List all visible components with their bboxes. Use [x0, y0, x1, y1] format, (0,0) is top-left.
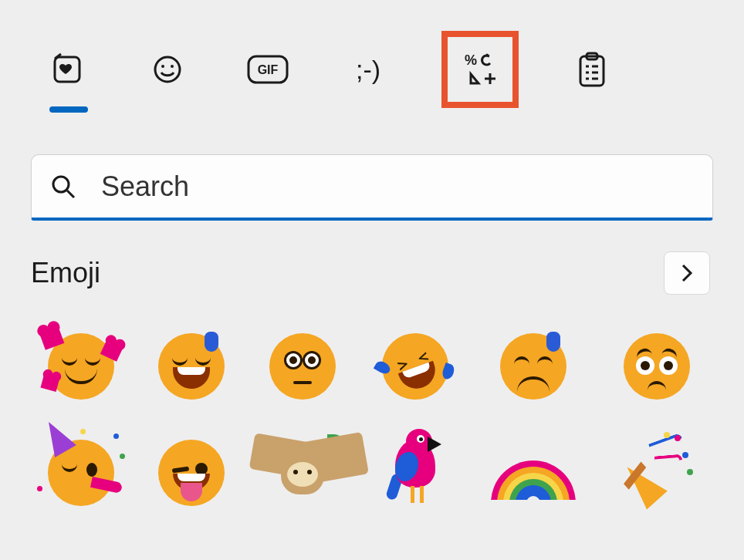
- emoji-parrot[interactable]: [378, 430, 452, 515]
- svg-text:%: %: [465, 52, 477, 68]
- svg-point-1: [155, 57, 180, 82]
- emoji-sloth[interactable]: [265, 430, 340, 515]
- svg-rect-9: [580, 56, 604, 86]
- emoji-downcast-face-with-sweat[interactable]: [491, 333, 576, 400]
- emoji-partying-face[interactable]: [45, 430, 117, 515]
- smiley-icon: [150, 52, 184, 86]
- emoji-flushed-face[interactable]: [265, 333, 340, 400]
- search-icon: [50, 174, 76, 200]
- symbols-icon: %: [462, 51, 499, 88]
- search-field[interactable]: [31, 154, 713, 221]
- emoji-winking-face-with-tongue[interactable]: [155, 430, 227, 515]
- category-tabs: GIF ;-) %: [0, 0, 744, 108]
- svg-text:GIF: GIF: [258, 63, 279, 76]
- search-bar: [31, 154, 713, 221]
- kaomoji-icon: ;-): [356, 55, 380, 85]
- svg-point-2: [161, 65, 164, 68]
- tab-gif[interactable]: GIF: [241, 49, 295, 91]
- favorites-heart-icon: [50, 52, 84, 86]
- svg-point-17: [53, 177, 69, 192]
- emoji-rolling-on-the-floor-laughing[interactable]: ＞＜: [378, 333, 452, 400]
- search-input[interactable]: [101, 170, 694, 203]
- section-title: Emoji: [31, 257, 100, 289]
- emoji-grinning-face-with-sweat[interactable]: [155, 333, 227, 400]
- tab-clipboard[interactable]: [565, 49, 619, 91]
- svg-line-18: [67, 191, 74, 197]
- emoji-grid: ＞＜: [0, 295, 744, 515]
- tab-emoji[interactable]: [140, 49, 194, 91]
- emoji-rainbow[interactable]: [491, 430, 576, 515]
- tab-kaomoji[interactable]: ;-): [341, 49, 395, 91]
- section-header: Emoji: [31, 251, 710, 295]
- tab-favorites[interactable]: [40, 49, 94, 91]
- emoji-smiling-face-with-hearts[interactable]: [45, 333, 117, 400]
- emoji-party-popper[interactable]: [614, 430, 699, 515]
- expand-section-button[interactable]: [664, 251, 710, 295]
- svg-point-3: [171, 65, 174, 68]
- chevron-right-icon: [679, 261, 695, 285]
- tab-symbols[interactable]: %: [441, 31, 519, 108]
- emoji-pleading-face[interactable]: [614, 333, 699, 400]
- gif-icon: GIF: [246, 54, 289, 85]
- active-tab-underline: [49, 106, 88, 113]
- clipboard-icon: [577, 51, 607, 88]
